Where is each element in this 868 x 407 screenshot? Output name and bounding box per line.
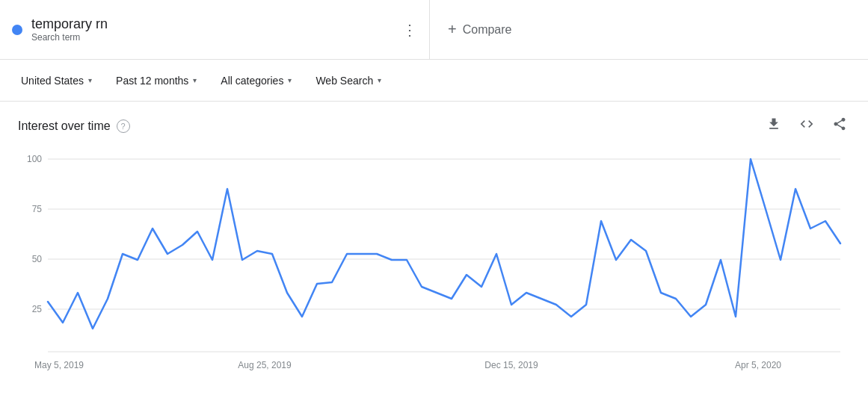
compare-label: Compare [463,23,512,37]
chart-title: Interest over time [18,119,111,133]
filter-period-label: Past 12 months [116,75,188,87]
compare-plus-icon: + [448,21,457,38]
download-button[interactable] [763,114,784,138]
filter-region-arrow: ▾ [88,76,92,84]
filter-region-label: United States [21,75,84,87]
svg-text:May 5, 2019: May 5, 2019 [34,360,84,370]
svg-text:Apr 5, 2020: Apr 5, 2020 [735,360,781,370]
filter-category-label: All categories [221,75,283,87]
filter-period-arrow: ▾ [193,76,197,84]
embed-button[interactable] [796,114,817,138]
compare-box[interactable]: + Compare [430,0,868,59]
share-button[interactable] [829,114,850,138]
svg-text:75: 75 [32,204,43,214]
header: temporary rn Search term ⋮ + Compare [0,0,868,60]
filter-search-type-label: Web Search [316,75,373,87]
trend-line [48,159,840,329]
search-term-text: temporary rn Search term [31,16,108,43]
filter-category-arrow: ▾ [288,76,292,84]
svg-text:50: 50 [32,254,43,264]
search-term-label: temporary rn [31,16,108,32]
chart-header: Interest over time ? [18,114,850,138]
svg-text:25: 25 [32,304,43,314]
svg-text:100: 100 [27,154,42,164]
chart-actions [763,114,850,138]
filter-period[interactable]: Past 12 months ▾ [107,70,206,91]
chart-container: 100 75 50 25 May 5, 2019 Aug 25, 2019 De… [18,144,850,376]
svg-text:Aug 25, 2019: Aug 25, 2019 [238,360,292,370]
chart-title-row: Interest over time ? [18,119,130,133]
chart-section: Interest over time ? 100 75 [0,102,868,388]
filter-category[interactable]: All categories ▾ [212,70,301,91]
search-term-box: temporary rn Search term ⋮ [0,0,430,59]
filter-region[interactable]: United States ▾ [12,70,101,91]
interest-chart: 100 75 50 25 May 5, 2019 Aug 25, 2019 De… [18,144,850,376]
search-dot [12,25,22,35]
filters-bar: United States ▾ Past 12 months ▾ All cat… [0,60,868,102]
filter-search-type-arrow: ▾ [378,76,381,84]
search-term-sub: Search term [31,32,108,43]
help-icon[interactable]: ? [117,119,130,133]
svg-text:Dec 15, 2019: Dec 15, 2019 [484,360,538,370]
more-options-button[interactable]: ⋮ [402,21,417,39]
filter-search-type[interactable]: Web Search ▾ [307,70,390,91]
